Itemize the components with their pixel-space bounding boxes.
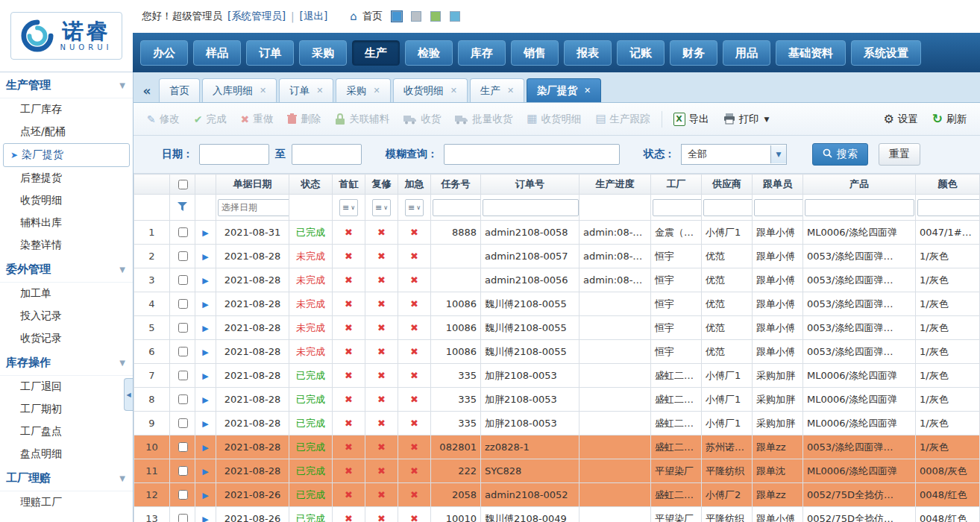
sidebar-item-dye-factory-pickup[interactable]: ➤ 染厂提货 [3,143,130,167]
table-row[interactable]: 13 ▶ 2021-08-26 已完成 ✖ ✖ ✖ 10010 魏川傅2108-… [134,507,980,522]
row-checkbox[interactable] [178,323,188,333]
col-status[interactable]: 状态 [289,174,333,195]
nav-item-system-settings[interactable]: 系统设置 [851,40,921,66]
col-product[interactable]: 产品 [803,174,916,195]
home-link[interactable]: 首页 [362,10,383,23]
toolbar-production-track-button[interactable]: ▤ 生产跟踪 [589,108,656,130]
nav-item-inventory[interactable]: 库存 [458,40,506,66]
row-expand-icon[interactable]: ▶ [202,371,208,381]
row-expand-icon[interactable]: ▶ [202,443,208,453]
row-checkbox[interactable] [178,418,188,428]
first-vat-filter-select[interactable]: ≡∨ [339,199,358,216]
nav-item-purchase[interactable]: 采购 [299,40,347,66]
row-checkbox[interactable] [178,442,188,452]
col-task-no[interactable]: 任务号 [431,174,481,195]
table-row[interactable]: 7 ▶ 2021-08-28 已完成 ✖ ✖ ✖ 335 加胖2108-0053… [134,364,980,388]
factory-filter-input[interactable] [653,199,702,216]
repair-filter-select[interactable]: ≡∨ [372,199,391,216]
toolbar-print-button[interactable]: 打印 ▼ [717,108,776,130]
toolbar-link-accessories-button[interactable]: 关联辅料 [329,108,395,130]
date-filter-input[interactable] [218,199,289,216]
toolbar-edit-button[interactable]: ✎ 修改 [141,108,186,130]
sidebar-item-factory-stocktake[interactable]: 工厂盘点 [0,421,133,443]
sidebar-item-receiving-records[interactable]: 收货记录 [0,327,133,350]
sidebar-item-factory-return[interactable]: 工厂退回 [0,376,133,398]
row-expand-icon[interactable]: ▶ [202,515,208,522]
row-expand-icon[interactable]: ▶ [202,276,208,286]
row-expand-icon[interactable]: ▶ [202,324,208,333]
theme-swatch[interactable] [392,11,402,22]
toolbar-complete-button[interactable]: ✔ 完成 [188,108,233,130]
close-icon[interactable]: ✕ [584,86,591,95]
sidebar-item-accessory-outbound[interactable]: 辅料出库 [0,212,133,234]
date-to-input[interactable] [292,144,362,165]
col-order-no[interactable]: 订单号 [481,174,579,195]
row-checkbox[interactable] [178,514,188,522]
col-color[interactable]: 颜色 [916,174,980,195]
sidebar-item-greige-allocation[interactable]: 点坯/配桶 [0,121,133,143]
sidebar-item-factory-inventory[interactable]: 工厂库存 [0,98,133,121]
toolbar-batch-receive-button[interactable]: 批量收货 [449,108,518,130]
nav-item-sample[interactable]: 样品 [193,40,241,66]
col-date[interactable]: 单据日期 [216,174,289,195]
sidebar-item-factory-opening[interactable]: 工厂期初 [0,398,133,421]
table-row[interactable]: 8 ▶ 2021-08-28 已完成 ✖ ✖ ✖ 335 加胖2108-0053… [134,388,980,412]
table-row[interactable]: 2 ▶ 2021-08-28 未完成 ✖ ✖ ✖ admin2108-0057 … [134,245,980,268]
nav-item-production[interactable]: 生产 [352,40,400,66]
tab-inbound-details[interactable]: 入库明细 ✕ [202,78,277,102]
row-checkbox[interactable] [178,299,188,309]
filter-funnel-icon[interactable] [178,202,187,211]
table-row[interactable]: 6 ▶ 2021-08-28 未完成 ✖ ✖ ✖ 10086 魏川傅2108-0… [134,340,980,364]
theme-swatch[interactable] [450,11,460,22]
nav-item-bookkeeping[interactable]: 记账 [617,40,665,66]
toolbar-refresh-button[interactable]: ↻ 刷新 [926,108,973,130]
date-from-input[interactable] [199,144,269,165]
product-filter-input[interactable] [805,199,914,216]
search-button[interactable]: 搜索 [812,143,868,166]
row-expand-icon[interactable]: ▶ [202,228,208,238]
sidebar-collapse-handle[interactable]: ◀ [124,378,133,411]
table-row[interactable]: 5 ▶ 2021-08-28 未完成 ✖ ✖ ✖ 10086 魏川傅2108-0… [134,316,980,340]
tab-scroll-left-button[interactable]: « [137,80,157,102]
urgent-filter-select[interactable]: ≡∨ [405,199,424,216]
toolbar-export-button[interactable]: X 导出 [668,108,715,130]
row-expand-icon[interactable]: ▶ [202,419,208,429]
close-icon[interactable]: ✕ [260,86,266,95]
sidebar-item-input-records[interactable]: 投入记录 [0,305,133,327]
col-factory[interactable]: 工厂 [651,174,702,195]
nav-item-office[interactable]: 办公 [140,40,188,66]
nav-item-supplies[interactable]: 用品 [723,40,770,66]
sidebar-section-production-mgmt[interactable]: 生产管理 ▼ [0,72,133,98]
row-expand-icon[interactable]: ▶ [202,467,208,477]
row-expand-icon[interactable]: ▶ [202,348,208,357]
sidebar-item-receipt-details[interactable]: 收货明细 [0,189,133,212]
col-repair[interactable]: 复修 [365,174,398,195]
tab-production[interactable]: 生产 ✕ [470,78,524,102]
table-row[interactable]: 10 ▶ 2021-08-28 已完成 ✖ ✖ ✖ 082801 zz0828-… [134,435,980,459]
table-row[interactable]: 4 ▶ 2021-08-28 未完成 ✖ ✖ ✖ 10086 魏川傅2108-0… [134,292,980,316]
row-checkbox[interactable] [178,371,188,380]
sidebar-section-outsourcing-mgmt[interactable]: 委外管理 ▼ [0,257,133,283]
theme-swatch[interactable] [430,11,441,22]
col-first-vat[interactable]: 首缸 [333,174,365,195]
sidebar-section-inventory-ops[interactable]: 库存操作 ▼ [0,350,133,376]
row-expand-icon[interactable]: ▶ [202,300,208,309]
nav-item-finance[interactable]: 财务 [670,40,717,66]
table-row[interactable]: 11 ▶ 2021-08-28 已完成 ✖ ✖ ✖ 222 SYC828 平望染… [134,459,980,483]
sidebar-item-claim-factory[interactable]: 理赔工厂 [0,491,133,514]
nav-item-order[interactable]: 订单 [246,40,294,66]
col-progress[interactable]: 生产进度 [579,174,651,195]
tab-purchase[interactable]: 采购 ✕ [336,78,390,102]
color-filter-input[interactable] [917,199,980,216]
reset-button[interactable]: 重置 [879,143,920,166]
sidebar-item-processing-order[interactable]: 加工单 [0,283,133,305]
row-expand-icon[interactable]: ▶ [202,252,208,262]
close-icon[interactable]: ✕ [450,86,457,95]
order-no-filter-input[interactable] [483,199,579,216]
row-checkbox[interactable] [178,251,188,261]
nav-item-base-data[interactable]: 基础资料 [776,40,846,66]
theme-swatch[interactable] [411,11,421,22]
tab-orders[interactable]: 订单 ✕ [279,78,333,102]
merchandiser-filter-input[interactable] [754,199,803,216]
sidebar-item-dyeing-details[interactable]: 染整详情 [0,234,133,257]
